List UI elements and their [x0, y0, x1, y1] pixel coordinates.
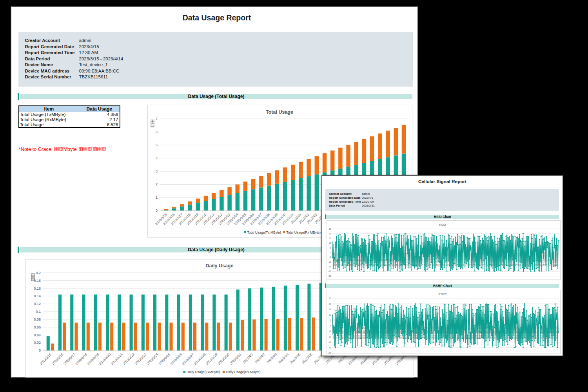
svg-text:7: 7 — [156, 117, 158, 121]
svg-text:5: 5 — [330, 319, 331, 321]
svg-text:0.14: 0.14 — [34, 294, 41, 298]
svg-text:6: 6 — [156, 130, 158, 134]
svg-text:-5: -5 — [329, 256, 331, 258]
svg-text:2: 2 — [156, 182, 158, 186]
svg-text:0: 0 — [156, 209, 158, 212]
svg-text:1: 1 — [156, 196, 158, 200]
svg-text:0.18: 0.18 — [34, 279, 41, 283]
svg-text:15: 15 — [328, 237, 331, 240]
svg-text:Total Usage: Total Usage — [266, 109, 293, 115]
svg-text:10: 10 — [328, 314, 331, 316]
svg-text:-10: -10 — [328, 336, 331, 338]
svg-text:5: 5 — [156, 143, 158, 147]
svg-text:-20: -20 — [328, 270, 331, 272]
svg-text:0.04: 0.04 — [34, 333, 41, 337]
svg-text:0: 0 — [330, 251, 331, 254]
svg-text:Total Usage(Rx MByte): Total Usage(Rx MByte) — [287, 230, 321, 234]
svg-text:Daily Usage: Daily Usage — [206, 263, 234, 269]
svg-text:-20: -20 — [328, 347, 331, 349]
svg-text:25: 25 — [328, 297, 331, 299]
svg-text:-25: -25 — [328, 275, 331, 277]
svg-text:0.08: 0.08 — [34, 318, 41, 321]
svg-text:-15: -15 — [328, 341, 331, 343]
svg-text:0.16: 0.16 — [34, 287, 41, 290]
svg-text:3: 3 — [156, 169, 158, 173]
svg-text:0.06: 0.06 — [34, 325, 41, 329]
svg-text:Daily Usage(TxMByte): Daily Usage(TxMByte) — [187, 370, 220, 374]
svg-text:0: 0 — [330, 325, 331, 327]
svg-text:RSRP: RSRP — [439, 292, 447, 296]
svg-text:0.1: 0.1 — [36, 310, 41, 314]
svg-text:0.02: 0.02 — [34, 341, 41, 345]
svg-text:-10: -10 — [328, 261, 331, 263]
svg-text:20: 20 — [328, 303, 331, 305]
svg-text:5: 5 — [330, 247, 331, 249]
svg-text:Daily Usage(Rx MByte): Daily Usage(Rx MByte) — [226, 370, 260, 374]
svg-text:10: 10 — [328, 242, 331, 244]
svg-text:4: 4 — [156, 156, 158, 160]
svg-text:-5: -5 — [329, 330, 331, 332]
svg-text:0: 0 — [39, 348, 41, 352]
svg-text:0.12: 0.12 — [34, 302, 41, 306]
svg-text:RSSI: RSSI — [439, 223, 446, 227]
svg-text:Total Usage(Tx MByte): Total Usage(Tx MByte) — [247, 230, 281, 234]
svg-text:25: 25 — [328, 228, 331, 230]
svg-text:-25: -25 — [328, 352, 331, 354]
svg-text:20: 20 — [328, 232, 331, 235]
svg-text:-15: -15 — [328, 265, 331, 268]
svg-text:15: 15 — [328, 308, 331, 310]
svg-text:0.2: 0.2 — [36, 271, 41, 275]
